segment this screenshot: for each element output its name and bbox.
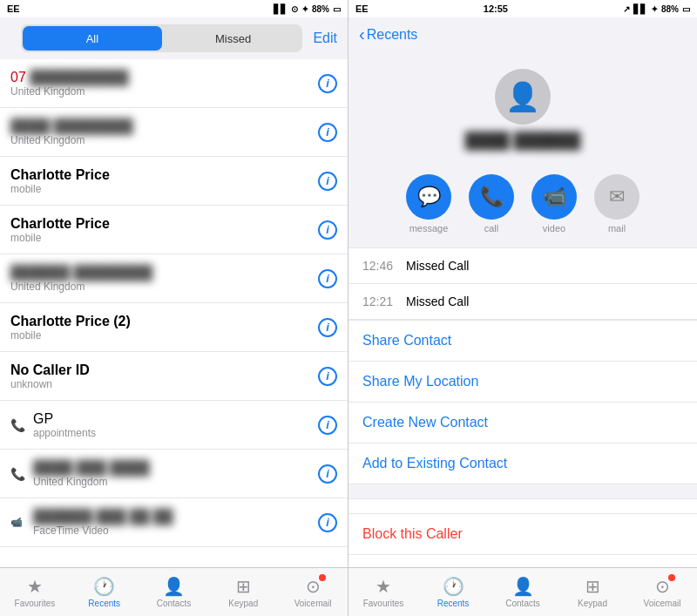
video-call-icon: 📹 [543, 186, 566, 208]
info-icon-9[interactable]: i [318, 464, 337, 484]
add-existing-item[interactable]: Add to Existing Contact [348, 443, 697, 484]
call-log-section: 12:46 Missed Call 12:21 Missed Call [348, 247, 697, 320]
mail-label: mail [608, 223, 626, 234]
tab-contacts-right[interactable]: 👤 Contacts [488, 572, 558, 612]
detail-header: ‹ Recents [348, 17, 697, 55]
recents-label-right: Recents [437, 599, 470, 608]
contact-section: 👤 ████ ██████ [348, 55, 697, 167]
tab-favourites-right[interactable]: ★ Favourites [348, 572, 418, 612]
block-caller-item[interactable]: Block this Caller [348, 513, 697, 555]
favourites-icon-right: ★ [376, 576, 391, 597]
tab-keypad-right[interactable]: ⊞ Keypad [558, 572, 627, 612]
voicemail-badge-wrap-right: ⊙ [655, 576, 670, 597]
battery-right: 88% [661, 4, 679, 14]
call-item-2[interactable]: ████ ████████ United Kingdom i [0, 108, 348, 157]
call-item-3[interactable]: Charlotte Price mobile i [0, 157, 348, 206]
avatar: 👤 [495, 69, 551, 125]
call-name-6: Charlotte Price (2) [10, 314, 318, 329]
tab-keypad-left[interactable]: ⊞ Keypad [208, 572, 278, 612]
phone-icon-8: 📞 [10, 418, 26, 432]
tab-contacts-left[interactable]: 👤 Contacts [139, 572, 209, 612]
action-call[interactable]: 📞 call [469, 174, 514, 234]
tab-bar-left: ★ Favourites 🕐 Recents 👤 Contacts ⊞ Keyp… [0, 567, 348, 616]
bluetooth-icon-right: ✦ [651, 4, 658, 14]
call-item-10[interactable]: 📹 ██████ ███ ██ ██ FaceTime Video i [0, 498, 348, 547]
info-icon-8[interactable]: i [318, 416, 337, 435]
info-icon-10[interactable]: i [318, 513, 337, 532]
share-location-item[interactable]: Share My Location [348, 362, 697, 403]
tab-voicemail-right[interactable]: ⊙ Voicemail [627, 572, 697, 612]
call-sub-1: United Kingdom [10, 85, 318, 98]
call-item-left-10: 📹 ██████ ███ ██ ██ FaceTime Video [10, 509, 318, 537]
tab-favourites-left[interactable]: ★ Favourites [0, 572, 70, 612]
action-mail[interactable]: ✉ mail [594, 174, 639, 234]
block-section: Block this Caller [348, 498, 697, 555]
contacts-label-left: Contacts [157, 599, 191, 608]
call-name-1: 07 ██████████ [10, 70, 318, 85]
call-sub-10: FaceTime Video [33, 525, 318, 537]
call-item-1[interactable]: 07 ██████████ United Kingdom i [0, 59, 348, 108]
battery-left: 88% [312, 4, 329, 14]
call-item-5[interactable]: ██████ ████████ United Kingdom i [0, 254, 348, 303]
segment-missed[interactable]: Missed [164, 24, 303, 52]
recents-label-left: Recents [88, 599, 120, 608]
call-item-4[interactable]: Charlotte Price mobile i [0, 206, 348, 254]
call-info-7: No Caller ID unknown [10, 362, 318, 390]
call-item-9[interactable]: 📞 ████ ███ ████ United Kingdom i [0, 450, 348, 498]
call-circle[interactable]: 📞 [469, 174, 514, 220]
call-log-type-1: Missed Call [406, 259, 469, 273]
segment-all[interactable]: All [23, 26, 162, 51]
message-circle[interactable]: 💬 [406, 174, 451, 220]
voicemail-badge-right [668, 574, 675, 581]
left-panel: EE ▋▋ ⊙ ✦ 88% ▭ All Missed Edit 07 █████… [0, 0, 348, 616]
call-name-4: Charlotte Price [10, 216, 318, 232]
favourites-label-right: Favourites [363, 599, 404, 608]
contact-name: ████ ██████ [465, 132, 581, 150]
video-label: video [543, 223, 565, 234]
status-bar-right: EE 12:55 ↗ ▋▋ ✦ 88% ▭ [348, 0, 697, 17]
action-video[interactable]: 📹 video [531, 174, 577, 234]
video-circle[interactable]: 📹 [531, 174, 577, 220]
info-icon-6[interactable]: i [318, 318, 337, 337]
status-icons-right: ↗ ▋▋ ✦ 88% ▭ [623, 4, 690, 14]
call-sub-8: appointments [33, 427, 318, 439]
call-name-blurred-5: ██████ ████████ [10, 265, 152, 281]
avatar-person-icon: 👤 [505, 80, 540, 113]
create-contact-item[interactable]: Create New Contact [348, 403, 697, 443]
call-item-8[interactable]: 📞 GP appointments i [0, 401, 348, 450]
call-name-2: ████ ████████ [10, 118, 318, 134]
share-contact-item[interactable]: Share Contact [348, 321, 697, 362]
info-icon-4[interactable]: i [318, 220, 337, 240]
call-item-left-9: 📞 ████ ███ ████ United Kingdom [10, 460, 318, 488]
info-icon-5[interactable]: i [318, 269, 337, 288]
call-item-left-1: 07 ██████████ United Kingdom [10, 70, 318, 98]
recents-icon-right: 🕐 [443, 576, 464, 597]
phone-icon-9: 📞 [10, 467, 26, 481]
info-icon-1[interactable]: i [318, 74, 337, 93]
call-item-6[interactable]: Charlotte Price (2) mobile i [0, 303, 348, 352]
tab-voicemail-left[interactable]: ⊙ Voicemail [278, 572, 348, 612]
back-button[interactable]: ‹ Recents [359, 24, 417, 44]
call-info-5: ██████ ████████ United Kingdom [10, 265, 318, 293]
contacts-label-right: Contacts [505, 599, 539, 608]
call-log-item-2: 12:21 Missed Call [348, 284, 697, 320]
contacts-icon-right: 👤 [512, 576, 534, 597]
call-name-8: GP [33, 411, 318, 427]
call-sub-5: United Kingdom [10, 281, 318, 293]
info-icon-2[interactable]: i [318, 123, 337, 142]
tab-recents-right[interactable]: 🕐 Recents [418, 572, 488, 612]
bluetooth-icon-left: ✦ [301, 4, 308, 14]
signal-icon-left: ▋▋ [274, 4, 288, 14]
mail-circle[interactable]: ✉ [594, 174, 639, 220]
action-message[interactable]: 💬 message [406, 174, 451, 234]
edit-button[interactable]: Edit [313, 30, 337, 46]
tab-recents-left[interactable]: 🕐 Recents [70, 572, 139, 612]
tab-bar-right: ★ Favourites 🕐 Recents 👤 Contacts ⊞ Keyp… [348, 567, 697, 616]
info-icon-3[interactable]: i [318, 172, 337, 191]
call-item-left-2: ████ ████████ United Kingdom [10, 118, 318, 146]
message-icon: 💬 [417, 186, 441, 208]
voicemail-badge-left [319, 574, 326, 581]
call-item-7[interactable]: No Caller ID unknown i [0, 352, 348, 401]
call-info-3: Charlotte Price mobile [10, 167, 318, 195]
info-icon-7[interactable]: i [318, 367, 337, 386]
